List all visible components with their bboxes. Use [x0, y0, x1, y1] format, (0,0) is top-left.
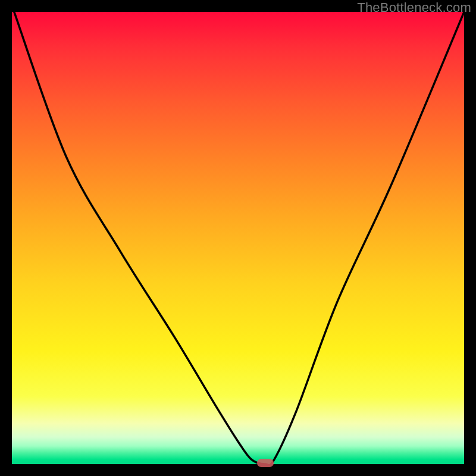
- plot-area: [12, 12, 464, 464]
- bottleneck-curve: [12, 12, 464, 464]
- watermark-text: TheBottleneck.com: [357, 0, 471, 15]
- optimal-marker: [257, 459, 274, 467]
